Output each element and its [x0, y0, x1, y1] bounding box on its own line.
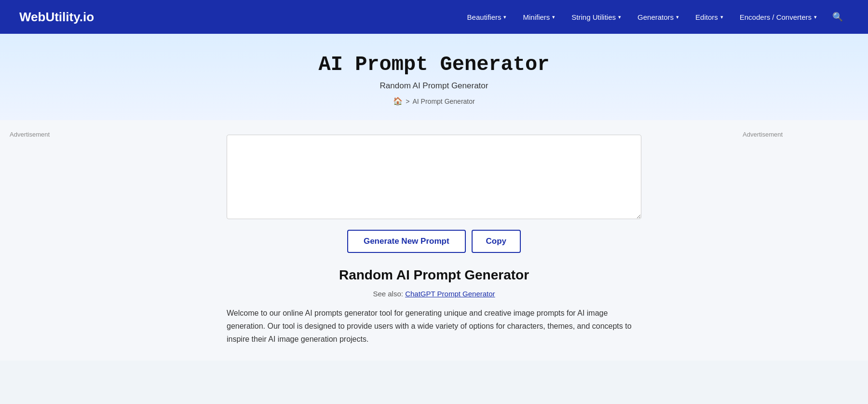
- site-logo[interactable]: WebUtility.io: [19, 10, 94, 25]
- chevron-down-icon: ▾: [618, 14, 621, 20]
- left-ad-panel: Advertisement: [0, 120, 135, 361]
- chevron-down-icon: ▾: [720, 14, 723, 20]
- breadcrumb-separator: >: [406, 98, 409, 105]
- nav-encoders-converters[interactable]: Encoders / Converters ▾: [733, 9, 824, 25]
- copy-button[interactable]: Copy: [472, 230, 521, 253]
- search-button[interactable]: 🔍: [827, 8, 849, 26]
- description-section: Random AI Prompt Generator See also: Cha…: [227, 267, 641, 346]
- chevron-down-icon: ▾: [814, 14, 817, 20]
- main-wrapper: Advertisement Generate New Prompt Copy R…: [0, 120, 868, 361]
- content-area: Generate New Prompt Copy Random AI Promp…: [217, 120, 651, 361]
- nav-string-utilities[interactable]: String Utilities ▾: [565, 9, 628, 25]
- chevron-down-icon: ▾: [676, 14, 679, 20]
- main-nav: Beautifiers ▾ Minifiers ▾ String Utiliti…: [461, 8, 849, 26]
- chevron-down-icon: ▾: [552, 14, 555, 20]
- nav-beautifiers[interactable]: Beautifiers ▾: [461, 9, 514, 25]
- breadcrumb: 🏠 > AI Prompt Generator: [10, 97, 858, 106]
- description-body: Welcome to our online AI prompts generat…: [227, 306, 641, 346]
- nav-generators[interactable]: Generators ▾: [631, 9, 686, 25]
- page-title: AI Prompt Generator: [10, 53, 858, 76]
- chevron-down-icon: ▾: [503, 14, 506, 20]
- page-subtitle: Random AI Prompt Generator: [10, 81, 858, 91]
- home-icon[interactable]: 🏠: [393, 97, 403, 106]
- generate-button[interactable]: Generate New Prompt: [347, 230, 466, 253]
- description-title: Random AI Prompt Generator: [227, 267, 641, 283]
- chatgpt-prompt-link[interactable]: ChatGPT Prompt Generator: [405, 290, 495, 298]
- hero-section: AI Prompt Generator Random AI Prompt Gen…: [0, 34, 868, 120]
- right-ad-label: Advertisement: [743, 131, 783, 138]
- button-row: Generate New Prompt Copy: [227, 230, 641, 253]
- breadcrumb-current: AI Prompt Generator: [413, 98, 475, 105]
- see-also: See also: ChatGPT Prompt Generator: [227, 290, 641, 298]
- prompt-textarea[interactable]: [227, 135, 641, 219]
- nav-editors[interactable]: Editors ▾: [689, 9, 730, 25]
- left-ad-label: Advertisement: [10, 131, 50, 138]
- right-ad-panel: Advertisement: [733, 120, 868, 361]
- nav-minifiers[interactable]: Minifiers ▾: [516, 9, 562, 25]
